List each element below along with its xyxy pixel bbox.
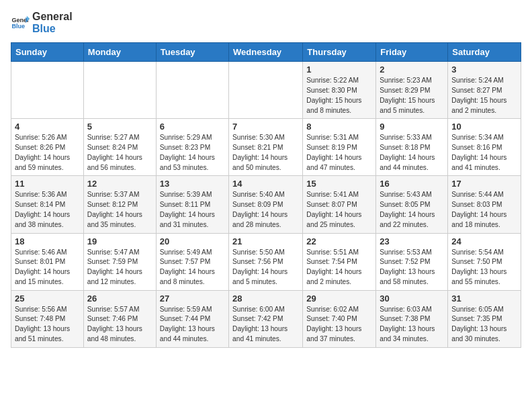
calendar-cell: 14Sunrise: 5:40 AM Sunset: 8:09 PM Dayli… <box>229 176 303 233</box>
calendar-week-1: 1Sunrise: 5:22 AM Sunset: 8:30 PM Daylig… <box>11 62 521 119</box>
day-info: Sunrise: 5:39 AM Sunset: 8:11 PM Dayligh… <box>160 190 225 230</box>
day-number: 22 <box>306 236 372 246</box>
day-info: Sunrise: 5:56 AM Sunset: 7:48 PM Dayligh… <box>15 305 80 345</box>
day-info: Sunrise: 5:59 AM Sunset: 7:44 PM Dayligh… <box>160 305 225 345</box>
calendar-cell: 4Sunrise: 5:26 AM Sunset: 8:26 PM Daylig… <box>11 119 84 176</box>
calendar-cell: 23Sunrise: 5:53 AM Sunset: 7:52 PM Dayli… <box>376 233 448 290</box>
day-number: 10 <box>451 122 517 132</box>
calendar-cell: 27Sunrise: 5:59 AM Sunset: 7:44 PM Dayli… <box>156 290 228 347</box>
weekday-header-monday: Monday <box>83 43 156 62</box>
calendar-cell: 31Sunrise: 6:05 AM Sunset: 7:35 PM Dayli… <box>448 290 521 347</box>
day-number: 24 <box>451 236 517 246</box>
calendar-cell: 25Sunrise: 5:56 AM Sunset: 7:48 PM Dayli… <box>11 290 84 347</box>
calendar-cell: 13Sunrise: 5:39 AM Sunset: 8:11 PM Dayli… <box>156 176 228 233</box>
day-info: Sunrise: 5:57 AM Sunset: 7:46 PM Dayligh… <box>87 305 152 345</box>
calendar-cell: 9Sunrise: 5:33 AM Sunset: 8:18 PM Daylig… <box>376 119 448 176</box>
calendar-cell <box>229 62 303 119</box>
day-info: Sunrise: 5:46 AM Sunset: 8:01 PM Dayligh… <box>15 248 80 287</box>
day-number: 27 <box>160 293 225 304</box>
svg-text:Blue: Blue <box>11 23 25 30</box>
calendar-cell: 5Sunrise: 5:27 AM Sunset: 8:24 PM Daylig… <box>83 119 156 176</box>
day-info: Sunrise: 5:22 AM Sunset: 8:30 PM Dayligh… <box>306 76 372 116</box>
logo: General Blue General Blue <box>11 11 73 34</box>
day-number: 1 <box>306 64 372 75</box>
day-number: 2 <box>380 64 444 75</box>
day-number: 31 <box>451 293 517 304</box>
calendar-cell: 24Sunrise: 5:54 AM Sunset: 7:50 PM Dayli… <box>448 233 521 290</box>
day-number: 25 <box>15 293 80 304</box>
weekday-header-saturday: Saturday <box>448 43 521 62</box>
day-info: Sunrise: 5:50 AM Sunset: 7:56 PM Dayligh… <box>232 248 299 287</box>
day-info: Sunrise: 5:44 AM Sunset: 8:03 PM Dayligh… <box>451 190 517 230</box>
day-number: 15 <box>306 179 372 189</box>
calendar-week-3: 11Sunrise: 5:36 AM Sunset: 8:14 PM Dayli… <box>11 176 521 233</box>
day-info: Sunrise: 5:41 AM Sunset: 8:07 PM Dayligh… <box>306 190 372 230</box>
day-info: Sunrise: 5:23 AM Sunset: 8:29 PM Dayligh… <box>380 76 444 116</box>
weekday-header-sunday: Sunday <box>11 43 84 62</box>
calendar-cell: 7Sunrise: 5:30 AM Sunset: 8:21 PM Daylig… <box>229 119 303 176</box>
day-info: Sunrise: 5:26 AM Sunset: 8:26 PM Dayligh… <box>15 133 80 173</box>
calendar-cell <box>83 62 156 119</box>
day-info: Sunrise: 5:54 AM Sunset: 7:50 PM Dayligh… <box>451 248 517 287</box>
day-number: 7 <box>232 122 299 132</box>
weekday-header-tuesday: Tuesday <box>156 43 228 62</box>
day-number: 13 <box>160 179 225 189</box>
logo-general: General <box>32 11 73 23</box>
day-number: 30 <box>380 293 444 304</box>
calendar-cell: 21Sunrise: 5:50 AM Sunset: 7:56 PM Dayli… <box>229 233 303 290</box>
day-number: 18 <box>15 236 80 246</box>
day-number: 23 <box>380 236 444 246</box>
day-info: Sunrise: 5:53 AM Sunset: 7:52 PM Dayligh… <box>380 248 444 287</box>
day-info: Sunrise: 5:30 AM Sunset: 8:21 PM Dayligh… <box>232 133 299 173</box>
calendar-cell: 22Sunrise: 5:51 AM Sunset: 7:54 PM Dayli… <box>303 233 376 290</box>
day-info: Sunrise: 5:49 AM Sunset: 7:57 PM Dayligh… <box>160 248 225 287</box>
day-info: Sunrise: 6:02 AM Sunset: 7:40 PM Dayligh… <box>306 305 372 345</box>
weekday-header-friday: Friday <box>376 43 448 62</box>
day-number: 11 <box>15 179 80 189</box>
day-info: Sunrise: 5:24 AM Sunset: 8:27 PM Dayligh… <box>451 76 517 116</box>
weekday-header-thursday: Thursday <box>303 43 376 62</box>
day-number: 3 <box>451 64 517 75</box>
day-number: 28 <box>232 293 299 304</box>
day-info: Sunrise: 5:31 AM Sunset: 8:19 PM Dayligh… <box>306 133 372 173</box>
calendar-cell: 3Sunrise: 5:24 AM Sunset: 8:27 PM Daylig… <box>448 62 521 119</box>
day-number: 20 <box>160 236 225 246</box>
calendar-header: SundayMondayTuesdayWednesdayThursdayFrid… <box>11 43 521 62</box>
day-number: 19 <box>87 236 152 246</box>
calendar-cell <box>11 62 84 119</box>
day-info: Sunrise: 6:05 AM Sunset: 7:35 PM Dayligh… <box>451 305 517 345</box>
calendar-cell: 8Sunrise: 5:31 AM Sunset: 8:19 PM Daylig… <box>303 119 376 176</box>
calendar-body: 1Sunrise: 5:22 AM Sunset: 8:30 PM Daylig… <box>11 62 521 348</box>
day-number: 14 <box>232 179 299 189</box>
calendar-cell: 17Sunrise: 5:44 AM Sunset: 8:03 PM Dayli… <box>448 176 521 233</box>
day-info: Sunrise: 5:51 AM Sunset: 7:54 PM Dayligh… <box>306 248 372 287</box>
day-number: 26 <box>87 293 152 304</box>
day-number: 12 <box>87 179 152 189</box>
day-number: 5 <box>87 122 152 132</box>
calendar-cell: 29Sunrise: 6:02 AM Sunset: 7:40 PM Dayli… <box>303 290 376 347</box>
page-header: General Blue General Blue <box>11 11 521 34</box>
day-info: Sunrise: 5:43 AM Sunset: 8:05 PM Dayligh… <box>380 190 444 230</box>
day-number: 21 <box>232 236 299 246</box>
day-info: Sunrise: 5:27 AM Sunset: 8:24 PM Dayligh… <box>87 133 152 173</box>
day-number: 29 <box>306 293 372 304</box>
calendar-week-2: 4Sunrise: 5:26 AM Sunset: 8:26 PM Daylig… <box>11 119 521 176</box>
day-number: 16 <box>380 179 444 189</box>
logo-icon: General Blue <box>11 13 30 32</box>
calendar-cell: 12Sunrise: 5:37 AM Sunset: 8:12 PM Dayli… <box>83 176 156 233</box>
day-number: 6 <box>160 122 225 132</box>
calendar-cell: 10Sunrise: 5:34 AM Sunset: 8:16 PM Dayli… <box>448 119 521 176</box>
calendar-cell: 11Sunrise: 5:36 AM Sunset: 8:14 PM Dayli… <box>11 176 84 233</box>
weekday-row: SundayMondayTuesdayWednesdayThursdayFrid… <box>11 43 521 62</box>
day-info: Sunrise: 5:34 AM Sunset: 8:16 PM Dayligh… <box>451 133 517 173</box>
logo-blue: Blue <box>32 23 73 35</box>
day-info: Sunrise: 6:03 AM Sunset: 7:38 PM Dayligh… <box>380 305 444 345</box>
calendar-cell: 1Sunrise: 5:22 AM Sunset: 8:30 PM Daylig… <box>303 62 376 119</box>
day-info: Sunrise: 5:29 AM Sunset: 8:23 PM Dayligh… <box>160 133 225 173</box>
day-info: Sunrise: 5:47 AM Sunset: 7:59 PM Dayligh… <box>87 248 152 287</box>
weekday-header-wednesday: Wednesday <box>229 43 303 62</box>
calendar-cell: 6Sunrise: 5:29 AM Sunset: 8:23 PM Daylig… <box>156 119 228 176</box>
day-info: Sunrise: 6:00 AM Sunset: 7:42 PM Dayligh… <box>232 305 299 345</box>
calendar-cell: 18Sunrise: 5:46 AM Sunset: 8:01 PM Dayli… <box>11 233 84 290</box>
calendar-cell <box>156 62 228 119</box>
